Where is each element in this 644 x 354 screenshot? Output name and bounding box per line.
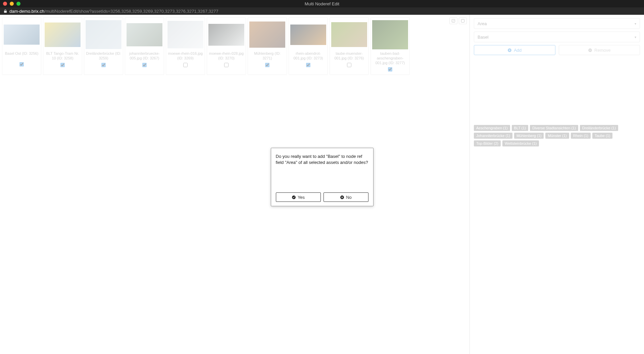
confirm-dialog: Do you really want to add "Basel" to nod… bbox=[271, 148, 374, 206]
plus-circle-icon bbox=[507, 48, 512, 52]
asset-caption: rhein-abendrot-001.jpg (ID: 3273) bbox=[290, 51, 326, 61]
asset-card[interactable]: Basel Ost (ID: 3256) bbox=[2, 17, 41, 75]
tag[interactable]: Rhein (1) bbox=[571, 133, 591, 139]
asset-thumbnail[interactable] bbox=[86, 19, 121, 50]
chevron-down-icon: ▾ bbox=[635, 22, 636, 26]
tag[interactable]: Aeschengraben (1) bbox=[474, 125, 510, 131]
asset-caption: moewe-rhein-028.jpg (ID: 3270) bbox=[208, 51, 244, 61]
confirm-yes-label: Yes bbox=[298, 195, 305, 200]
asset-thumbnail[interactable] bbox=[45, 19, 81, 50]
asset-thumbnail[interactable] bbox=[372, 19, 408, 50]
url-path: /multiNoderefEdit/show?assetIds=3256,325… bbox=[44, 9, 218, 14]
url-bar[interactable]: dam-demo.brix.ch/multiNoderefEdit/show?a… bbox=[0, 7, 644, 15]
lock-icon bbox=[3, 9, 7, 13]
asset-card[interactable]: moewe-rhein-016.jpg (ID: 3269) bbox=[166, 17, 205, 75]
chevron-down-icon: ▾ bbox=[635, 35, 636, 39]
tag[interactable]: Dreiländerbrücke (1) bbox=[580, 125, 618, 131]
remove-button: Remove bbox=[559, 45, 640, 55]
asset-thumbnail[interactable] bbox=[208, 19, 244, 50]
asset-gallery: Basel Ost (ID: 3256)BLT Tango-Tram Nr. 1… bbox=[0, 15, 469, 78]
value-select-value: Basel bbox=[478, 35, 489, 40]
window-title: Multi Noderef Edit bbox=[0, 1, 644, 6]
asset-checkbox[interactable] bbox=[265, 63, 269, 67]
asset-checkbox[interactable] bbox=[224, 63, 229, 67]
asset-caption: moewe-rhein-016.jpg (ID: 3269) bbox=[167, 51, 203, 61]
close-window-button[interactable] bbox=[3, 2, 7, 6]
asset-card[interactable]: Mühlenberg (ID: 3271) bbox=[248, 17, 287, 75]
asset-checkbox[interactable] bbox=[101, 63, 106, 67]
tag[interactable]: Johanniterbrücke (1) bbox=[474, 133, 512, 139]
confirm-no-label: No bbox=[346, 195, 352, 200]
tag[interactable]: Mühlenberg (1) bbox=[514, 133, 544, 139]
asset-thumbnail[interactable] bbox=[167, 19, 203, 50]
select-none-button[interactable] bbox=[459, 17, 467, 24]
value-select[interactable]: Basel ▾ bbox=[474, 32, 640, 42]
asset-card[interactable]: moewe-rhein-028.jpg (ID: 3270) bbox=[207, 17, 246, 75]
field-select-value: Area bbox=[478, 21, 487, 26]
x-circle-icon bbox=[340, 195, 344, 200]
select-all-button[interactable] bbox=[449, 17, 457, 24]
tag[interactable]: Diverse Stadtansichten (1) bbox=[530, 125, 578, 131]
add-button-label: Add bbox=[514, 48, 522, 53]
asset-caption: tauben-bad-aeschengraben-001.jpg (ID: 32… bbox=[372, 51, 408, 65]
asset-thumbnail[interactable] bbox=[4, 19, 40, 50]
asset-checkbox[interactable] bbox=[388, 67, 392, 72]
svg-rect-1 bbox=[461, 19, 464, 23]
asset-caption: Basel Ost (ID: 3256) bbox=[5, 51, 39, 60]
minimize-window-button[interactable] bbox=[10, 2, 14, 6]
asset-card[interactable]: taube-muenster-001.jpg (ID: 3276) bbox=[330, 17, 369, 75]
url-host: dam-demo.brix.ch bbox=[9, 9, 44, 14]
asset-thumbnail[interactable] bbox=[249, 19, 285, 50]
minus-circle-icon bbox=[588, 48, 592, 52]
tag[interactable]: Taube (1) bbox=[592, 133, 612, 139]
confirm-no-button[interactable]: No bbox=[324, 192, 368, 202]
tag[interactable]: BLT (1) bbox=[512, 125, 529, 131]
asset-caption: taube-muenster-001.jpg (ID: 3276) bbox=[331, 51, 367, 61]
asset-card[interactable]: rhein-abendrot-001.jpg (ID: 3273) bbox=[289, 17, 328, 75]
confirm-dialog-text: Do you really want to add "Basel" to nod… bbox=[276, 153, 368, 189]
asset-caption: Mühlenberg (ID: 3271) bbox=[249, 51, 285, 61]
sidebar: Area ▾ Basel ▾ Add Remove Aeschengraben … bbox=[469, 15, 644, 354]
tag[interactable]: Münster (1) bbox=[545, 133, 569, 139]
asset-caption: BLT Tango-Tram Nr. 10 (ID: 3258) bbox=[45, 51, 81, 61]
asset-checkbox[interactable] bbox=[142, 63, 147, 67]
asset-thumbnail[interactable] bbox=[127, 19, 162, 50]
asset-checkbox[interactable] bbox=[19, 62, 24, 67]
remove-button-label: Remove bbox=[594, 48, 610, 53]
mac-titlebar: Multi Noderef Edit bbox=[0, 0, 644, 7]
asset-caption: johanniterbruecke-005.jpg (ID: 3267) bbox=[127, 51, 162, 61]
tag-list: Aeschengraben (1)BLT (1)Diverse Stadtans… bbox=[474, 125, 640, 146]
check-circle-icon bbox=[292, 195, 296, 200]
asset-card[interactable]: tauben-bad-aeschengraben-001.jpg (ID: 32… bbox=[370, 17, 410, 75]
asset-thumbnail[interactable] bbox=[331, 19, 367, 50]
asset-card[interactable]: BLT Tango-Tram Nr. 10 (ID: 3258) bbox=[43, 17, 82, 75]
tag[interactable]: Wettsteinbrücke (1) bbox=[502, 140, 539, 146]
confirm-yes-button[interactable]: Yes bbox=[276, 192, 321, 202]
asset-checkbox[interactable] bbox=[183, 63, 188, 67]
asset-thumbnail[interactable] bbox=[290, 19, 326, 50]
asset-card[interactable]: johanniterbruecke-005.jpg (ID: 3267) bbox=[125, 17, 164, 75]
asset-card[interactable]: Dreiländerbrücke (ID: 3259) bbox=[84, 17, 123, 75]
traffic-lights bbox=[3, 2, 20, 6]
asset-checkbox[interactable] bbox=[347, 63, 351, 67]
add-button[interactable]: Add bbox=[474, 45, 555, 55]
field-select[interactable]: Area ▾ bbox=[474, 18, 640, 29]
asset-caption: Dreiländerbrücke (ID: 3259) bbox=[86, 51, 121, 61]
asset-checkbox[interactable] bbox=[60, 63, 65, 67]
fullscreen-window-button[interactable] bbox=[16, 2, 20, 6]
tag[interactable]: Top-Bilder (2) bbox=[474, 140, 501, 146]
asset-checkbox[interactable] bbox=[306, 63, 310, 67]
